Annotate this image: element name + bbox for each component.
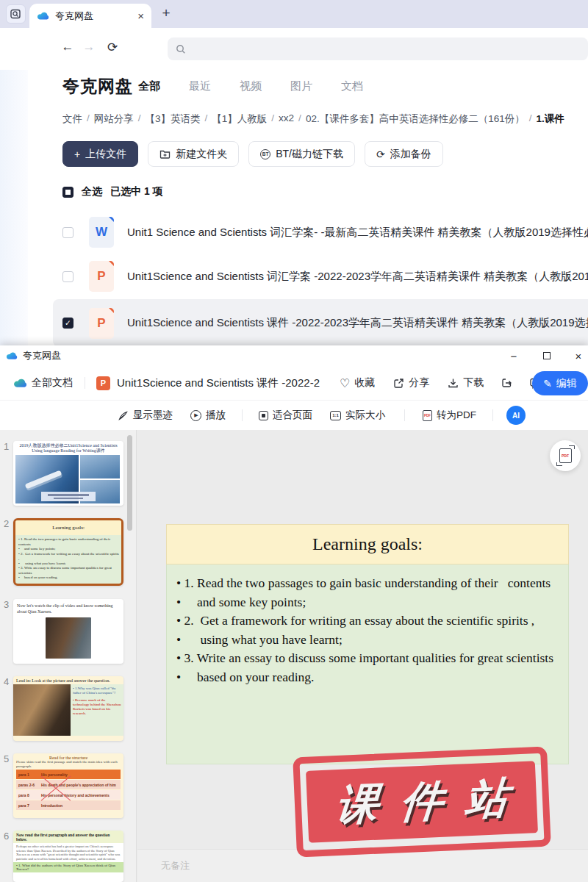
- no-notes-label: 无备注: [161, 859, 190, 872]
- thumb1-caption: [41, 492, 96, 501]
- slide-line: • using what you have learnt;: [176, 631, 564, 650]
- share-label: 分享: [409, 376, 429, 390]
- breadcrumb-separator: /: [138, 112, 141, 126]
- actual-size-button[interactable]: 1:1 实际大小: [330, 409, 385, 422]
- slide-thumbnail-1[interactable]: 2019人教版选择性必修二Unit1Science and Scientists…: [13, 441, 123, 506]
- pencil-icon: ✎: [543, 378, 552, 390]
- download-button[interactable]: 下载: [448, 376, 484, 390]
- tab-docs[interactable]: 文档: [341, 79, 363, 93]
- file-name[interactable]: Unit1Science and Scientists 词汇学案 -2022-2…: [127, 270, 588, 284]
- show-ink-button[interactable]: 显示墨迹: [118, 409, 173, 422]
- pdf-icon: PDF: [423, 410, 432, 421]
- upload-label: 上传文件: [85, 148, 126, 161]
- play-button[interactable]: ▶ 播放: [190, 409, 226, 422]
- address-search-bar[interactable]: [168, 37, 588, 60]
- breadcrumb-item[interactable]: 文件: [62, 112, 82, 126]
- select-all-checkbox[interactable]: [62, 187, 74, 198]
- thumbnail-scrollbar[interactable]: [127, 435, 132, 531]
- row-checkbox[interactable]: [62, 271, 74, 282]
- ai-assistant-button[interactable]: AI: [506, 406, 526, 425]
- thumb4-title: Lead in: Look at the picture and answer …: [13, 676, 123, 684]
- breadcrumb-item[interactable]: 02.【课件多套】高中英语选择性必修二（161份）: [306, 112, 525, 126]
- thumb6-title: Now read the first paragraph and answer …: [13, 831, 123, 843]
- new-folder-button[interactable]: 新建文件夹: [148, 141, 239, 167]
- tab-image[interactable]: 图片: [290, 79, 312, 93]
- file-row[interactable]: P Unit1Science and Scientists 词汇学案 -2022…: [53, 255, 588, 298]
- download-label: 下载: [463, 376, 484, 390]
- refresh-button[interactable]: ⟳: [103, 40, 122, 55]
- thumb2-title: Learning goals:: [15, 520, 121, 535]
- breadcrumb-separator: /: [271, 112, 274, 126]
- file-row-selected[interactable]: ✓ P Unit1Science and Scientists 课件 -2022…: [53, 299, 588, 345]
- pdf-convert-float-button[interactable]: PDF: [550, 440, 581, 471]
- viewer-toolbar: 全部文档 P Unit1Science and Scientists 课件 -2…: [0, 366, 588, 401]
- slide-number: 6: [4, 831, 9, 842]
- thumb3-text: Now let's watch the clip of video and kn…: [17, 603, 120, 614]
- new-tab-button[interactable]: +: [157, 5, 175, 21]
- breadcrumb-item[interactable]: 【1】人教版: [212, 112, 267, 126]
- plus-icon: +: [74, 149, 80, 159]
- select-all-label[interactable]: 全选: [82, 185, 102, 198]
- word-file-icon: W: [89, 217, 114, 248]
- thumb6-body: Perhaps no other scientist has had a gre…: [13, 843, 123, 862]
- viewer-content: 1 2019人教版选择性必修二Unit1Science and Scientis…: [0, 430, 588, 882]
- slide-thumbnail-panel: 1 2019人教版选择性必修二Unit1Science and Scientis…: [0, 430, 137, 882]
- current-slide: Learning goals: • 1. Read the two passag…: [166, 524, 569, 764]
- share-button[interactable]: 分享: [393, 376, 429, 390]
- edit-button[interactable]: ✎ 编辑: [532, 371, 588, 395]
- maximize-button[interactable]: [540, 349, 553, 362]
- bt-magnet-download-button[interactable]: BT BT/磁力链下载: [248, 141, 355, 167]
- file-name[interactable]: Unit1 Science and Scientists 词汇学案- -最新高二…: [127, 226, 588, 240]
- search-icon: [176, 44, 186, 54]
- browser-tab[interactable]: 夸克网盘 ×: [29, 4, 151, 28]
- upload-button[interactable]: + 上传文件: [62, 141, 138, 167]
- backup-refresh-icon: ⟳: [376, 149, 385, 159]
- tab-recent[interactable]: 最近: [189, 79, 211, 93]
- file-name[interactable]: Unit1Science and Scientists 课件 -2022-202…: [127, 316, 588, 330]
- back-button[interactable]: ←: [58, 40, 77, 54]
- breadcrumb-separator: /: [87, 112, 90, 126]
- slide-number: 3: [4, 599, 9, 610]
- slide-thumbnail-2-selected[interactable]: Learning goals: • 1. Read the two passag…: [13, 518, 123, 586]
- thumb1-title: 2019人教版选择性必修二Unit1Science and Scientists…: [15, 443, 121, 453]
- sidebar-search-button[interactable]: [6, 4, 26, 24]
- slide-thumbnail-6[interactable]: Now read the first paragraph and answer …: [13, 831, 123, 882]
- breadcrumb-item[interactable]: xx2: [279, 112, 294, 126]
- slide-line: • and some key points;: [176, 593, 564, 612]
- slide-line: • based on your reading.: [176, 668, 564, 687]
- slide-thumbnail-3[interactable]: Now let's watch the clip of video and kn…: [13, 599, 123, 664]
- preview-window: 夸克网盘 − × 全部文档 P Unit1Science and Scienti…: [0, 345, 588, 882]
- matching-lines: [37, 771, 71, 808]
- slide-preview-area: PDF Learning goals: • 1. Read the two pa…: [137, 430, 588, 882]
- forward-button[interactable]: →: [79, 40, 98, 54]
- play-label: 播放: [206, 409, 226, 422]
- add-backup-button[interactable]: ⟳ 添加备份: [365, 141, 443, 167]
- slide-thumbnail-4[interactable]: Lead in: Look at the picture and answer …: [13, 676, 123, 741]
- breadcrumb-separator: /: [529, 112, 532, 126]
- stamp-inner: 课件站: [306, 761, 538, 843]
- select-all-bar: 全选 已选中 1 项: [62, 185, 163, 198]
- breadcrumb-item[interactable]: 【3】英语类: [146, 112, 201, 126]
- drive-logo: 夸克网盘: [62, 75, 133, 98]
- ppt-chip-icon: P: [96, 376, 110, 390]
- favorite-button[interactable]: ♡ 收藏: [340, 376, 375, 390]
- minimize-button[interactable]: −: [507, 349, 520, 362]
- sky-image: [80, 455, 120, 478]
- tab-close-icon[interactable]: ×: [137, 10, 144, 22]
- file-row[interactable]: W Unit1 Science and Scientists 词汇学案- -最新…: [53, 211, 588, 254]
- slide-number: 4: [4, 676, 9, 687]
- all-docs-button[interactable]: 全部文档: [13, 376, 73, 390]
- open-in-app-button[interactable]: [501, 377, 513, 389]
- window-titlebar: 夸克网盘 − ×: [0, 345, 588, 366]
- slide-thumbnail-5[interactable]: Read for the structure Please skim read …: [13, 753, 123, 818]
- breadcrumb-item[interactable]: 网站分享: [94, 112, 134, 126]
- row-checkbox[interactable]: [62, 227, 74, 238]
- close-button[interactable]: ×: [572, 349, 585, 362]
- tab-video[interactable]: 视频: [240, 79, 262, 93]
- fit-page-label: 适合页面: [273, 409, 312, 422]
- tab-all[interactable]: 全部: [138, 79, 160, 93]
- row-checkbox-checked[interactable]: ✓: [62, 318, 74, 329]
- browser-navbar: ← → ⟳: [0, 28, 588, 70]
- fit-page-button[interactable]: 适合页面: [259, 409, 312, 422]
- convert-pdf-button[interactable]: PDF 转为PDF: [423, 409, 476, 422]
